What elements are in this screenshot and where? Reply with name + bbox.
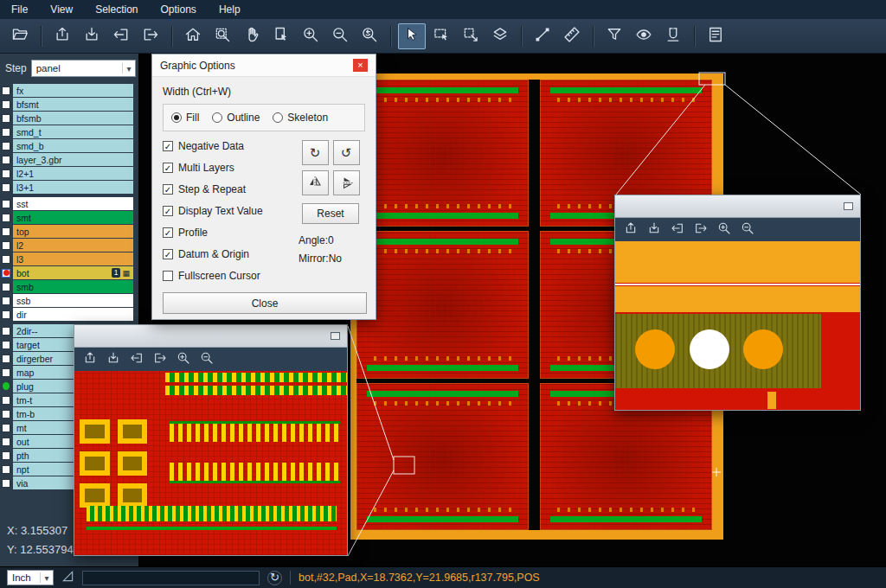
layer-visibility-checkbox[interactable] [2, 355, 10, 363]
layer-row-l3+1[interactable]: l3+1 [0, 181, 138, 194]
box-arrow-up-button[interactable] [620, 220, 642, 240]
box-arrow-left-button[interactable] [125, 349, 148, 369]
mirror-vertical-button[interactable] [302, 170, 329, 195]
rotate-ccw-button[interactable] [333, 140, 360, 165]
layer-visibility-checkbox[interactable] [2, 410, 10, 419]
layer-row-dir[interactable]: dir [0, 308, 138, 321]
pan-hand-button[interactable] [238, 23, 266, 49]
layer-visibility-checkbox[interactable] [2, 269, 10, 278]
layer-row-top[interactable]: top [0, 225, 138, 238]
layer-row-smd_t[interactable]: smd_t [0, 125, 138, 138]
layer-row-smt[interactable]: smt [0, 211, 138, 224]
menu-selection[interactable]: Selection [84, 3, 149, 16]
checkbox-multi-layers[interactable]: Multi Layers [163, 162, 296, 174]
dialog-close-button[interactable]: Close [163, 292, 367, 314]
layers-stack-button[interactable] [486, 23, 514, 49]
layer-visibility-checkbox[interactable] [2, 156, 10, 164]
page-select-button[interactable] [267, 23, 295, 49]
checkbox-fullscreen-cursor[interactable]: Fullscreen Cursor [163, 270, 296, 282]
zoom-in-button[interactable] [297, 23, 324, 49]
transform-select-button[interactable] [457, 23, 485, 49]
window-control-icon[interactable] [331, 332, 340, 340]
layer-visibility-checkbox[interactable] [2, 255, 10, 264]
layer-row-bfsmt[interactable]: bfsmt [0, 98, 138, 111]
layer-row-bot[interactable]: bot1 [0, 266, 138, 279]
box-arrow-up-button[interactable] [48, 23, 76, 49]
box-arrow-right-button[interactable] [137, 23, 164, 49]
layer-visibility-checkbox[interactable] [2, 310, 10, 319]
layer-row-l2[interactable]: l2 [0, 239, 138, 252]
box-arrow-down-button[interactable] [78, 23, 106, 49]
layer-visibility-checkbox[interactable] [2, 382, 10, 391]
rect-select-button[interactable] [427, 23, 455, 49]
mirror-horizontal-button[interactable] [333, 170, 360, 195]
menu-help[interactable]: Help [208, 3, 252, 16]
box-arrow-left-button[interactable] [666, 220, 689, 240]
dialog-titlebar[interactable]: Graphic Options [152, 54, 376, 77]
layer-visibility-checkbox[interactable] [2, 169, 10, 178]
layer-visibility-checkbox[interactable] [2, 214, 10, 222]
reset-button[interactable]: Reset [302, 203, 359, 224]
zoom-in-button[interactable] [713, 220, 735, 240]
menu-options[interactable]: Options [150, 3, 208, 16]
cursor-select-button[interactable] [398, 23, 426, 49]
layer-visibility-checkbox[interactable] [2, 100, 10, 109]
layer-row-l2+1[interactable]: l2+1 [0, 167, 138, 180]
step-selector[interactable]: panel [31, 60, 136, 77]
menu-file[interactable]: File [0, 3, 39, 16]
layer-row-smd_b[interactable]: smd_b [0, 139, 138, 152]
checkbox-display-text-value[interactable]: Display Text Value [163, 205, 296, 217]
close-icon[interactable] [353, 59, 368, 72]
layer-row-fx[interactable]: fx [0, 84, 138, 97]
radio-outline[interactable]: Outline [212, 112, 260, 124]
checkbox-step-repeat[interactable]: Step & Repeat [163, 183, 296, 195]
layer-visibility-checkbox[interactable] [2, 396, 10, 405]
layer-visibility-checkbox[interactable] [2, 341, 10, 349]
layer-visibility-checkbox[interactable] [2, 142, 10, 150]
box-arrow-down-button[interactable] [643, 220, 665, 240]
zoom-window-1-titlebar[interactable] [74, 325, 347, 348]
layer-visibility-checkbox[interactable] [2, 241, 10, 250]
filter-button[interactable] [600, 23, 628, 49]
box-arrow-up-button[interactable] [79, 349, 101, 369]
layer-visibility-checkbox[interactable] [2, 283, 10, 291]
layer-row-l3[interactable]: l3 [0, 252, 138, 265]
home-button[interactable] [179, 23, 207, 49]
layer-visibility-checkbox[interactable] [2, 227, 10, 236]
magnet-button[interactable] [659, 23, 687, 49]
command-input[interactable] [82, 571, 260, 585]
box-arrow-down-button[interactable] [102, 349, 125, 369]
layer-row-layer_3.gbr[interactable]: layer_3.gbr [0, 153, 138, 166]
box-arrow-right-button[interactable] [149, 349, 171, 369]
layer-visibility-checkbox[interactable] [2, 86, 10, 95]
layer-visibility-checkbox[interactable] [2, 183, 10, 192]
zoom-out-button[interactable] [326, 23, 354, 49]
checkbox-profile[interactable]: Profile [163, 227, 296, 239]
refresh-icon[interactable] [267, 571, 282, 585]
layer-visibility-checkbox[interactable] [2, 327, 10, 336]
layer-row-bfsmb[interactable]: bfsmb [0, 112, 138, 125]
layer-row-ssb[interactable]: ssb [0, 294, 138, 307]
zoom-in-button[interactable] [172, 349, 195, 369]
layer-visibility-checkbox[interactable] [2, 200, 10, 208]
checkbox-datum-origin[interactable]: Datum & Origin [163, 248, 296, 260]
layer-visibility-checkbox[interactable] [2, 297, 10, 305]
layer-visibility-checkbox[interactable] [2, 465, 10, 474]
layer-visibility-checkbox[interactable] [2, 368, 10, 377]
layer-visibility-checkbox[interactable] [2, 479, 10, 488]
unit-selector[interactable]: Inch [7, 570, 54, 585]
layer-visibility-checkbox[interactable] [2, 128, 10, 137]
layer-row-sst[interactable]: sst [0, 197, 138, 210]
window-control-icon[interactable] [844, 202, 853, 210]
layer-visibility-checkbox[interactable] [2, 438, 10, 446]
zoom-previous-button[interactable] [356, 23, 383, 49]
report-button[interactable] [702, 23, 729, 49]
box-arrow-left-button[interactable] [107, 23, 135, 49]
layer-row-smb[interactable]: smb [0, 280, 138, 293]
line-tool-button[interactable] [529, 23, 556, 49]
zoom-region-button[interactable] [209, 23, 236, 49]
eye-button[interactable] [630, 23, 658, 49]
ruler-tool-button[interactable] [558, 23, 586, 49]
zoom-window-2-titlebar[interactable] [615, 195, 860, 218]
layer-visibility-checkbox[interactable] [2, 114, 10, 123]
